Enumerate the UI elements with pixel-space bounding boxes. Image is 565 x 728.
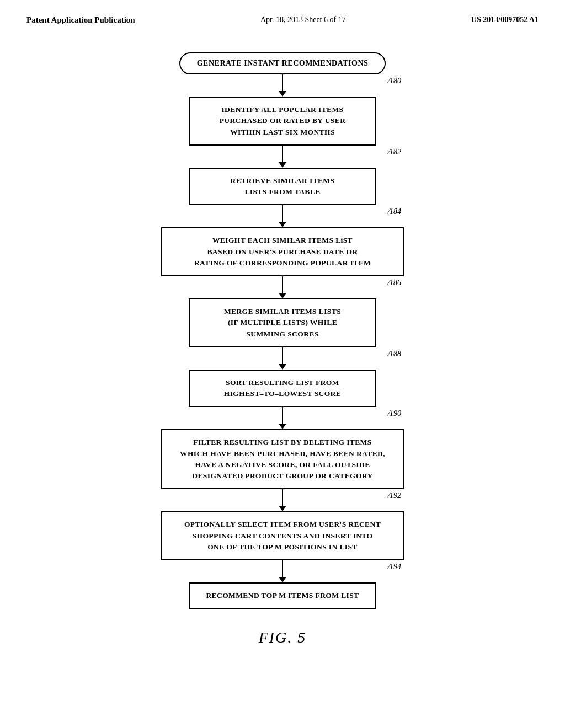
arrow-line-2	[282, 205, 283, 222]
arrow-line-5	[282, 407, 283, 424]
step-192: OPTIONALLY SELECT ITEM FROM USER'S RECEN…	[161, 511, 404, 560]
arrow-head-4	[279, 364, 286, 370]
step-186: MERGE SIMILAR ITEMS LISTS (IF MULTIPLE L…	[189, 298, 376, 347]
arrow-head-2	[279, 222, 286, 227]
step-190: FILTER RESULTING LIST BY DELETING ITEMS …	[161, 429, 404, 489]
step-180: IDENTIFY ALL POPULAR ITEMS PURCHASED OR …	[189, 97, 376, 146]
step-label-180: ∕180	[388, 77, 401, 85]
step-182: RETRIEVE SIMILAR ITEMS LISTS FROM TABLE	[189, 168, 376, 206]
step-label-194: ∕194	[388, 563, 401, 571]
arrow-3: ∕186	[117, 276, 448, 298]
arrow-line-7	[282, 560, 283, 577]
arrow-line-1	[282, 146, 283, 162]
start-node: GENERATE INSTANT RECOMMENDATIONS	[179, 52, 386, 74]
diagram-area: GENERATE INSTANT RECOMMENDATIONS ∕180 ID…	[0, 25, 565, 668]
arrow-head-1	[279, 162, 286, 168]
step-184: WEIGHT EACH SIMILAR ITEMS LiST BASED ON …	[161, 227, 404, 276]
arrow-2: ∕184	[117, 205, 448, 227]
header-right: US 2013/0097052 A1	[471, 15, 539, 24]
step-label-182: ∕182	[388, 148, 401, 157]
arrow-head-0	[279, 91, 286, 97]
step-194: RECOMMEND TOP M ITEMS FROM LIST	[189, 582, 376, 609]
flowchart: GENERATE INSTANT RECOMMENDATIONS ∕180 ID…	[117, 52, 448, 609]
arrow-line-6	[282, 489, 283, 506]
figure-caption: FIG. 5	[259, 629, 307, 646]
arrow-head-3	[279, 293, 286, 298]
step-label-188: ∕188	[388, 350, 401, 358]
header-center: Apr. 18, 2013 Sheet 6 of 17	[260, 15, 346, 24]
arrow-head-7	[279, 577, 286, 582]
arrow-line-3	[282, 276, 283, 293]
step-label-190: ∕190	[388, 409, 401, 418]
arrow-head-6	[279, 506, 286, 511]
arrow-0: ∕180	[117, 74, 448, 97]
arrow-6: ∕192	[117, 489, 448, 511]
arrow-line-4	[282, 347, 283, 364]
arrow-4: ∕188	[117, 347, 448, 370]
arrow-line-0	[282, 74, 283, 91]
step-label-184: ∕184	[388, 207, 401, 216]
arrow-7: ∕194	[117, 560, 448, 582]
arrow-5: ∕190	[117, 407, 448, 429]
step-label-186: ∕186	[388, 279, 401, 287]
header-left: Patent Application Publication	[26, 15, 135, 25]
page-header: Patent Application Publication Apr. 18, …	[0, 0, 565, 25]
step-188: SORT RESULTING LIST FROM HIGHEST–TO–LOWE…	[189, 370, 376, 408]
arrow-head-5	[279, 424, 286, 429]
step-label-192: ∕192	[388, 491, 401, 500]
arrow-1: ∕182	[117, 146, 448, 168]
